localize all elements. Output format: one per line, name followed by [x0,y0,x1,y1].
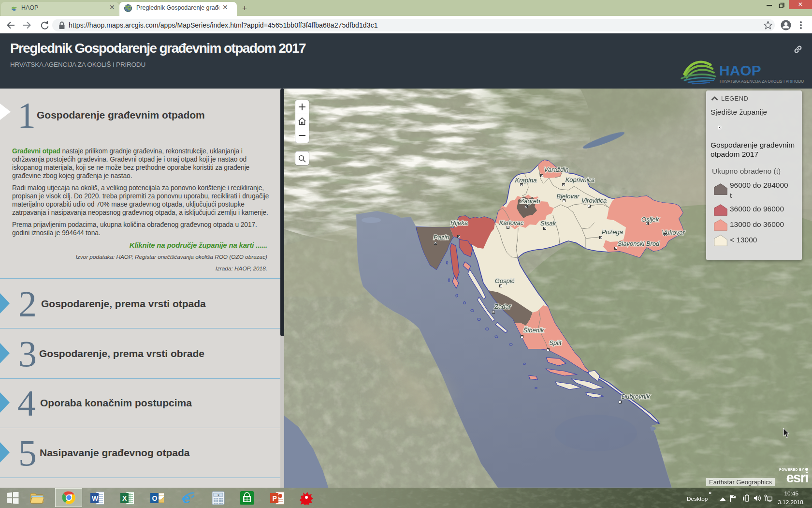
svg-text:Požega: Požega [602,228,623,236]
svg-text:Koprivnica: Koprivnica [566,176,595,183]
svg-text:P: P [273,494,277,502]
svg-text:O: O [152,494,158,502]
svg-text:HRVATSKA AGENCIJA ZA OKOLIŠ I: HRVATSKA AGENCIJA ZA OKOLIŠ I PRIRODU [720,79,804,84]
svg-text:Karlovac: Karlovac [499,219,524,226]
svg-text:Krapina: Krapina [515,177,537,184]
svg-text:0: 0 [218,493,219,497]
svg-text:Varaždin: Varaždin [544,166,569,173]
svg-text:Zadar: Zadar [494,303,511,310]
svg-text:Gospić: Gospić [495,277,515,284]
svg-text:Zagreb: Zagreb [520,197,540,205]
svg-text:HAOP: HAOP [719,62,761,78]
svg-text:Rijeka: Rijeka [450,219,468,226]
svg-text:Dubrovnik: Dubrovnik [622,393,651,400]
svg-text:Split: Split [549,339,562,346]
svg-text:W: W [92,494,99,502]
svg-text:Virovitica: Virovitica [581,197,607,204]
svg-text:Šibenik: Šibenik [523,327,545,334]
svg-text:Slavonski Brod: Slavonski Brod [618,240,660,247]
svg-text:Pazin: Pazin [434,234,450,241]
svg-text:Bjelovar: Bjelovar [557,193,580,200]
svg-text:Osijek: Osijek [641,216,660,223]
svg-text:X: X [122,494,127,502]
svg-text:Sisak: Sisak [540,220,556,227]
